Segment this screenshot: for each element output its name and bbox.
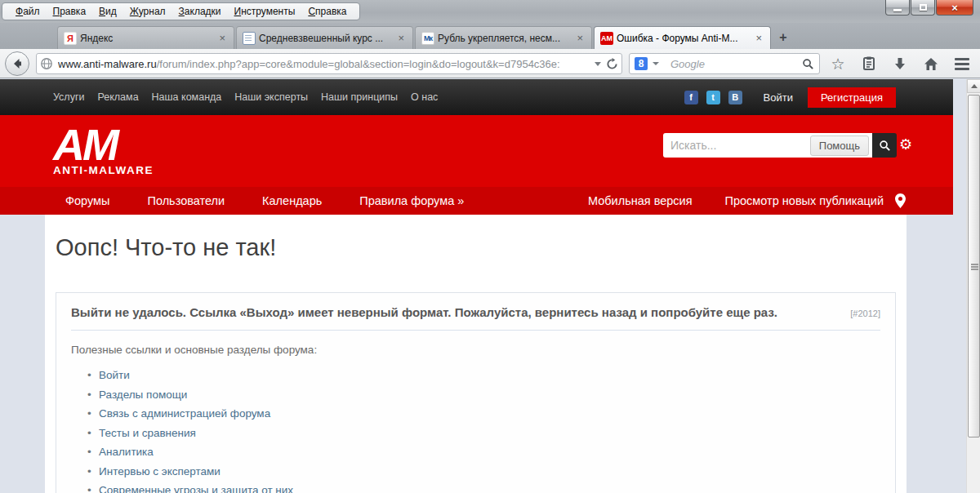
forum-nav-link[interactable]: Мобильная версия <box>588 194 693 207</box>
topbar-link[interactable]: Наши принципы <box>321 91 398 103</box>
navigation-toolbar: www.anti-malware.ru/forum/index.php?app=… <box>0 49 980 78</box>
bookmarks-menu-button[interactable] <box>859 55 879 73</box>
forum-link[interactable]: Аналитика <box>99 446 154 458</box>
useful-links-intro: Полезные ссылки и основные разделы форум… <box>71 344 880 356</box>
home-icon <box>924 57 938 71</box>
tab-title: Рубль укрепляется, несм... <box>438 33 571 44</box>
search-magnifier-icon[interactable] <box>802 58 814 70</box>
search-engine-dropdown-icon[interactable] <box>653 62 659 65</box>
screen: ФайлПравкаВидЖурналЗакладкиИнструментыСп… <box>0 0 980 493</box>
gear-icon[interactable]: ⚙ <box>899 137 912 152</box>
forum-nav-link[interactable]: Пользователи <box>147 194 225 207</box>
forum-link[interactable]: Разделы помощи <box>99 389 187 401</box>
topbar-link[interactable]: Наша команда <box>152 91 222 103</box>
topbar-link[interactable]: Наши эксперты <box>234 91 308 103</box>
error-code: [#2012] <box>850 309 880 318</box>
clipboard-icon <box>862 56 875 71</box>
error-message: Выйти не удалось. Ссылка «Выход» имеет н… <box>71 305 840 319</box>
search-help-button[interactable]: Помощь <box>810 135 869 156</box>
useful-links-list: ВойтиРазделы помощиСвязь с администрацие… <box>71 369 880 493</box>
tab-document[interactable]: Средневзвешенный курс ... × <box>236 26 413 49</box>
list-item: Тесты и сравнения <box>99 427 880 439</box>
forum-link[interactable]: Связь с администрацией форума <box>99 407 270 420</box>
back-button[interactable] <box>5 51 29 76</box>
location-pin-icon[interactable] <box>895 193 906 208</box>
forum-nav-left: ФорумыПользователиКалендарьПравила форум… <box>65 194 464 207</box>
forum-search-bar[interactable]: Искать... Помощь <box>663 133 872 158</box>
tab-close-icon[interactable]: × <box>753 33 764 43</box>
google-logo-icon: 8 <box>635 57 648 70</box>
login-link[interactable]: Войти <box>764 91 793 104</box>
menubar-item[interactable]: Правка <box>47 3 93 20</box>
logo-subtext: ANTI-MALWARE <box>53 164 154 176</box>
menu-button[interactable] <box>952 55 972 73</box>
topbar-link[interactable]: О нас <box>411 91 438 103</box>
menubar-item[interactable]: Инструменты <box>228 3 302 20</box>
scrollbar-up-button[interactable] <box>967 79 980 93</box>
tab-close-icon[interactable]: × <box>395 33 407 43</box>
minimize-icon <box>893 9 902 11</box>
menubar-item[interactable]: Вид <box>92 3 123 20</box>
forum-link[interactable]: Войти <box>99 369 130 381</box>
download-arrow-icon <box>893 57 906 71</box>
tab-close-icon[interactable]: × <box>216 33 228 43</box>
forum-link[interactable]: Современные угрозы и защита от них <box>99 484 293 493</box>
forum-nav-right: Мобильная версияПросмотр новых публикаци… <box>588 194 884 207</box>
maximize-icon <box>920 4 927 11</box>
menubar-item[interactable]: Файл <box>9 3 47 20</box>
vk-icon[interactable]: B <box>728 91 742 104</box>
menubar-item[interactable]: Справка <box>301 3 353 20</box>
home-button[interactable] <box>921 55 941 73</box>
divider <box>71 330 880 331</box>
url-bar[interactable]: www.anti-malware.ru/forum/index.php?app=… <box>36 53 622 74</box>
downloads-button[interactable] <box>890 55 910 73</box>
url-path: /forum/index.php?app=core&module=global&… <box>157 58 560 70</box>
maximize-button[interactable] <box>911 0 935 16</box>
tab-anti-malware-active[interactable]: AM Ошибка - Форумы Anti-M... × <box>594 26 771 49</box>
forum-link[interactable]: Интервью с экспертами <box>99 465 220 477</box>
tab-yandex[interactable]: Я Яндекс × <box>57 26 234 49</box>
bookmark-star-button[interactable]: ☆ <box>828 55 848 73</box>
forum-nav-link[interactable]: Форумы <box>65 194 109 207</box>
topbar-link[interactable]: Услуги <box>53 91 84 103</box>
yandex-favicon-icon: Я <box>64 32 77 45</box>
close-button[interactable]: × <box>936 0 973 16</box>
site-logo[interactable]: AM ANTI-MALWARE <box>53 122 154 176</box>
menubar-item[interactable]: Закладки <box>172 3 228 20</box>
forum-nav-link[interactable]: Календарь <box>262 194 322 207</box>
tab-mk-news[interactable]: Мк Рубль укрепляется, несм... × <box>415 26 592 49</box>
minimize-button[interactable] <box>885 0 910 16</box>
page-scrollbar[interactable] <box>966 79 980 493</box>
url-text[interactable]: www.anti-malware.ru/forum/index.php?app=… <box>58 58 590 70</box>
twitter-icon[interactable]: t <box>706 91 720 104</box>
tab-title: Ошибка - Форумы Anti-M... <box>617 33 750 44</box>
register-button[interactable]: Регистрация <box>808 87 896 108</box>
hamburger-icon <box>955 58 969 70</box>
content-card: Оопс! Что-то не так! Выйти не удалось. С… <box>45 215 906 493</box>
forum-link[interactable]: Тесты и сравнения <box>99 427 196 439</box>
tab-strip: Я Яндекс × Средневзвешенный курс ... × М… <box>0 23 980 49</box>
list-item: Современные угрозы и защита от них <box>99 484 880 493</box>
tab-close-icon[interactable]: × <box>574 33 586 43</box>
reload-icon[interactable] <box>606 58 618 70</box>
forum-search-button[interactable] <box>872 133 897 158</box>
list-item: Войти <box>99 369 880 381</box>
url-dropdown-icon[interactable] <box>595 62 601 66</box>
star-icon: ☆ <box>831 56 844 72</box>
google-search-bar[interactable]: 8 Google <box>629 53 820 74</box>
new-tab-button[interactable]: + <box>773 29 794 46</box>
scrollbar-thumb[interactable] <box>968 95 980 437</box>
facebook-icon[interactable]: f <box>684 91 698 104</box>
error-panel: Выйти не удалось. Ссылка «Выход» имеет н… <box>56 292 896 493</box>
google-search-placeholder[interactable]: Google <box>670 58 802 70</box>
window-controls: × <box>884 0 973 16</box>
error-row: Выйти не удалось. Ссылка «Выход» имеет н… <box>71 305 880 319</box>
forum-nav-link[interactable]: Правила форума » <box>359 194 464 207</box>
site-topbar: УслугиРекламаНаша командаНаши экспертыНа… <box>0 79 953 115</box>
am-favicon-icon: AM <box>600 32 613 45</box>
menubar-item[interactable]: Журнал <box>123 3 172 20</box>
forum-search-placeholder[interactable]: Искать... <box>663 139 810 152</box>
forum-nav-link[interactable]: Просмотр новых публикаций <box>725 194 884 207</box>
topbar-links: УслугиРекламаНаша командаНаши экспертыНа… <box>53 91 438 103</box>
topbar-link[interactable]: Реклама <box>97 91 138 103</box>
